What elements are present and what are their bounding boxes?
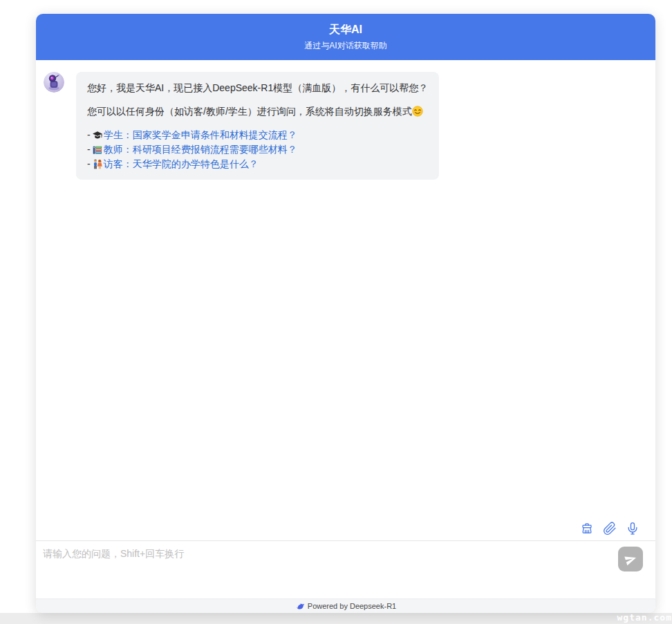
message-input[interactable] <box>43 548 614 592</box>
assistant-message-bubble: 您好，我是天华AI，现已接入DeepSeek-R1模型（满血版），有什么可以帮您… <box>76 72 439 180</box>
composer <box>36 540 655 598</box>
suggestion-visitor[interactable]: - 访客：天华学院的办学 <box>87 157 428 171</box>
dash: - <box>87 128 91 142</box>
dash: - <box>87 142 91 157</box>
app-subtitle: 通过与AI对话获取帮助 <box>36 40 655 51</box>
footer-bar: Powered by Deepseek-R1 <box>36 598 655 613</box>
powered-by-text: Powered by Deepseek-R1 <box>308 602 396 610</box>
page-bottom-strip <box>0 613 672 624</box>
two-people-icon <box>92 159 103 170</box>
purple-robot-icon <box>44 72 64 93</box>
deepseek-whale-icon <box>295 602 304 611</box>
assistant-avatar <box>44 72 64 93</box>
send-button[interactable] <box>618 547 643 571</box>
clear-chat-broom-icon[interactable] <box>580 522 594 536</box>
suggestion-student-link[interactable]: 学生：国家奖学金申请条件和材料提交流程？ <box>104 128 297 142</box>
graduation-cap-icon <box>92 130 103 141</box>
dash: - <box>87 157 91 171</box>
assistant-message-row: 您好，我是天华AI，现已接入DeepSeek-R1模型（满血版），有什么可以帮您… <box>44 72 640 180</box>
smiling-face-icon <box>412 106 423 117</box>
suggestion-visitor-link[interactable]: 访客：天华学院的办学特色是什么？ <box>104 157 259 171</box>
suggestion-student[interactable]: - 学生：国家奖学金申请条件和材料提交流程？ <box>87 128 428 142</box>
chat-toolbar <box>580 522 640 536</box>
identity-note: 您可以以任何身份（如访客/教师/学生）进行询问，系统将自动切换服务模式 <box>87 104 428 118</box>
suggestion-list: - 学生：国家奖学金申请条件和材料提交流程？ - <box>87 128 428 171</box>
chat-header: 天华AI 通过与AI对话获取帮助 <box>36 14 655 60</box>
books-icon <box>92 144 103 155</box>
chat-window: 天华AI 通过与AI对话获取帮助 <box>36 14 655 613</box>
suggestion-teacher[interactable]: - 教师：科研项目经费报销流程需要哪些材料？ <box>87 142 428 157</box>
chat-message-area: 您好，我是天华AI，现已接入DeepSeek-R1模型（满血版），有什么可以帮您… <box>36 60 655 540</box>
suggestion-teacher-link[interactable]: 教师：科研项目经费报销流程需要哪些材料？ <box>104 142 297 157</box>
watermark: wgtan.com <box>617 612 672 623</box>
attachment-paperclip-icon[interactable] <box>603 522 617 536</box>
microphone-icon[interactable] <box>626 522 640 536</box>
app-title: 天华AI <box>36 23 655 37</box>
paper-plane-icon <box>622 551 639 567</box>
greeting-text: 您好，我是天华AI，现已接入DeepSeek-R1模型（满血版），有什么可以帮您… <box>87 81 428 95</box>
